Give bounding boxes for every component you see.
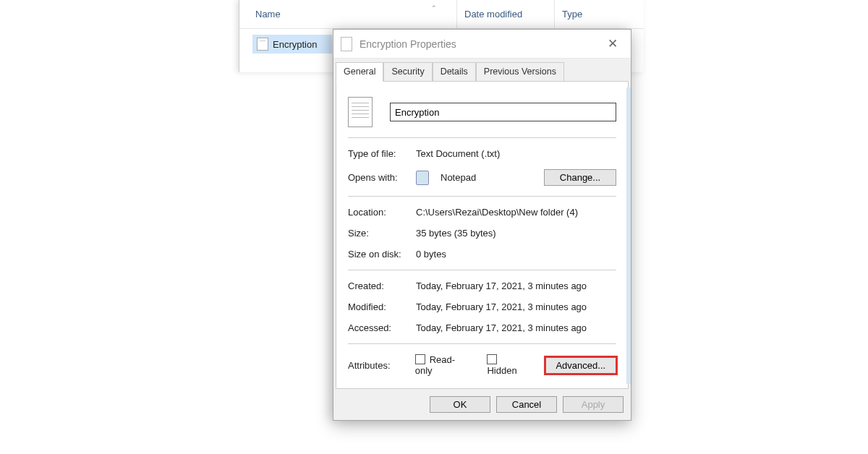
size-label: Size:	[348, 228, 409, 239]
tab-strip: General Security Details Previous Versio…	[333, 59, 631, 81]
column-date[interactable]: Date modified	[456, 0, 555, 28]
modified-label: Modified:	[348, 301, 409, 312]
divider	[348, 343, 616, 344]
file-name: Encryption	[273, 39, 317, 50]
titlebar[interactable]: Encryption Properties ✕	[333, 30, 631, 59]
tab-details[interactable]: Details	[433, 62, 476, 82]
hidden-checkbox[interactable]: Hidden	[487, 354, 530, 376]
created-value: Today, February 17, 2021, 3 minutes ago	[416, 280, 587, 291]
sort-caret-icon: ⌃	[431, 4, 437, 12]
column-name-label: Name	[255, 9, 281, 20]
accessed-label: Accessed:	[348, 322, 409, 333]
column-headers: Name ⌃ Date modified Type	[239, 0, 644, 29]
file-row-encryption[interactable]: Encryption	[252, 35, 332, 53]
close-button[interactable]: ✕	[602, 33, 624, 54]
divider	[348, 137, 616, 138]
tab-security[interactable]: Security	[383, 62, 432, 82]
type-value: Text Document (.txt)	[416, 148, 500, 159]
change-button[interactable]: Change...	[544, 169, 616, 186]
readonly-checkbox[interactable]: Read-only	[415, 354, 472, 376]
tab-general[interactable]: General	[336, 62, 383, 82]
divider	[348, 196, 616, 197]
opens-with-value: Notepad	[441, 172, 537, 183]
modified-value: Today, February 17, 2021, 3 minutes ago	[416, 301, 587, 312]
filename-input[interactable]	[390, 103, 616, 121]
hidden-label: Hidden	[487, 365, 516, 376]
created-label: Created:	[348, 280, 409, 291]
opens-with-label: Opens with:	[348, 172, 409, 183]
location-value: C:\Users\Rezai\Desktop\New folder (4)	[416, 207, 578, 218]
column-name[interactable]: Name ⌃	[239, 9, 456, 20]
location-label: Location:	[348, 207, 409, 218]
column-type[interactable]: Type	[555, 9, 644, 20]
accessed-value: Today, February 17, 2021, 3 minutes ago	[416, 322, 587, 333]
type-label: Type of file:	[348, 148, 409, 159]
tab-previous-versions[interactable]: Previous Versions	[476, 62, 564, 82]
general-pane: Type of file: Text Document (.txt) Opens…	[336, 81, 629, 389]
ok-button[interactable]: OK	[430, 396, 490, 413]
size-on-disk-value: 0 bytes	[416, 249, 446, 260]
properties-dialog: Encryption Properties ✕ General Security…	[333, 29, 631, 421]
notepad-icon	[416, 171, 429, 185]
divider	[348, 270, 616, 270]
checkbox-icon	[487, 354, 497, 364]
document-icon	[341, 37, 352, 51]
text-file-icon	[257, 38, 268, 51]
cancel-button[interactable]: Cancel	[496, 396, 557, 413]
dialog-button-bar: OK Cancel Apply	[333, 389, 631, 420]
attributes-label: Attributes:	[348, 360, 408, 371]
size-value: 35 bytes (35 bytes)	[416, 228, 496, 239]
checkbox-icon	[415, 354, 425, 364]
size-on-disk-label: Size on disk:	[348, 249, 409, 260]
dialog-title: Encryption Properties	[359, 38, 602, 50]
document-large-icon	[348, 97, 373, 127]
apply-button[interactable]: Apply	[563, 396, 624, 413]
scrollbar[interactable]	[626, 87, 631, 384]
advanced-button[interactable]: Advanced...	[545, 357, 616, 374]
